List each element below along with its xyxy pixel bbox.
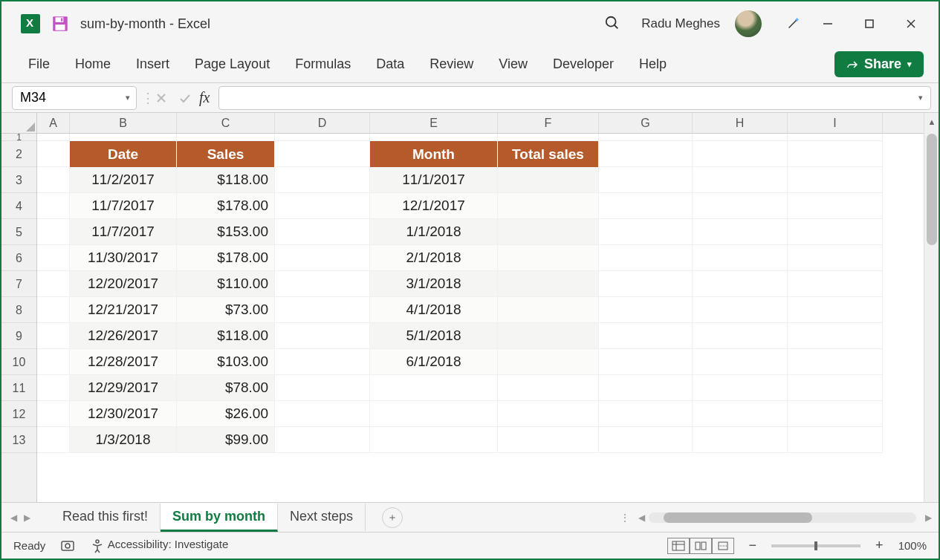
cell[interactable] <box>498 245 599 271</box>
cell[interactable] <box>370 375 498 401</box>
row-header[interactable]: 6 <box>1 245 36 271</box>
zoom-out-button[interactable]: − <box>749 538 757 553</box>
cell[interactable] <box>693 349 788 375</box>
cell[interactable] <box>693 375 788 401</box>
row-header[interactable]: 12 <box>1 401 36 427</box>
column-header[interactable]: B <box>70 113 177 133</box>
enter-formula-button[interactable] <box>175 88 195 108</box>
cell[interactable] <box>37 167 70 193</box>
ribbon-tab-home[interactable]: Home <box>75 56 111 72</box>
select-all-corner[interactable] <box>1 113 37 133</box>
cell[interactable] <box>693 401 788 427</box>
cell[interactable] <box>370 427 498 453</box>
cell[interactable] <box>275 245 370 271</box>
row-header[interactable]: 11 <box>1 375 36 401</box>
cell[interactable]: 12/26/2017 <box>70 323 177 349</box>
cell[interactable] <box>788 349 883 375</box>
cell[interactable]: $118.00 <box>177 323 275 349</box>
cell[interactable]: $110.00 <box>177 271 275 297</box>
row-header[interactable]: 1 <box>1 134 36 141</box>
cell[interactable] <box>275 349 370 375</box>
row-header[interactable]: 13 <box>1 427 36 453</box>
cell[interactable]: Total sales <box>498 141 599 167</box>
row-header[interactable]: 3 <box>1 167 36 193</box>
cell[interactable]: 12/28/2017 <box>70 349 177 375</box>
cell[interactable] <box>788 297 883 323</box>
cell[interactable] <box>37 297 70 323</box>
cell[interactable] <box>693 134 788 141</box>
ribbon-tab-insert[interactable]: Insert <box>136 56 169 72</box>
cell[interactable] <box>693 427 788 453</box>
cell[interactable]: $153.00 <box>177 219 275 245</box>
maximize-button[interactable] <box>854 12 885 36</box>
cell[interactable] <box>498 349 599 375</box>
column-header[interactable]: F <box>498 113 599 133</box>
cell[interactable] <box>788 219 883 245</box>
ribbon-tab-review[interactable]: Review <box>430 56 473 72</box>
cell[interactable] <box>599 349 693 375</box>
ribbon-tab-pagelayout[interactable]: Page Layout <box>195 56 270 72</box>
view-pagelayout-button[interactable] <box>690 538 712 554</box>
cell[interactable] <box>693 297 788 323</box>
sheet-tab[interactable]: Next steps <box>278 504 366 531</box>
cell[interactable] <box>498 401 599 427</box>
cell[interactable]: 6/1/2018 <box>370 349 498 375</box>
cell[interactable] <box>693 219 788 245</box>
cell[interactable] <box>37 323 70 349</box>
cell[interactable]: 12/29/2017 <box>70 375 177 401</box>
cell[interactable] <box>788 271 883 297</box>
sheet-nav-next[interactable]: ▶ <box>19 512 30 523</box>
cell[interactable] <box>70 134 177 141</box>
cell[interactable] <box>37 271 70 297</box>
cell[interactable]: $118.00 <box>177 167 275 193</box>
sheet-tab[interactable]: Sum by month <box>161 504 278 532</box>
cell[interactable] <box>37 134 70 141</box>
cell[interactable] <box>37 193 70 219</box>
cell[interactable] <box>275 323 370 349</box>
cell[interactable]: $78.00 <box>177 375 275 401</box>
cell[interactable]: 1/1/2018 <box>370 219 498 245</box>
column-header[interactable]: C <box>177 113 275 133</box>
cell[interactable] <box>788 323 883 349</box>
cell[interactable]: 5/1/2018 <box>370 323 498 349</box>
cell[interactable]: 11/7/2017 <box>70 193 177 219</box>
cell[interactable] <box>788 193 883 219</box>
sheet-nav-prev[interactable]: ◀ <box>6 512 16 523</box>
cell[interactable]: 2/1/2018 <box>370 245 498 271</box>
cell[interactable] <box>599 245 693 271</box>
hscroll-left[interactable]: ◀ <box>634 512 644 523</box>
row-header[interactable]: 9 <box>1 323 36 349</box>
cell[interactable]: 1/3/2018 <box>70 427 177 453</box>
cell[interactable] <box>275 167 370 193</box>
column-header[interactable]: H <box>693 113 788 133</box>
cell[interactable] <box>498 271 599 297</box>
cell[interactable]: $73.00 <box>177 297 275 323</box>
cell[interactable]: $103.00 <box>177 349 275 375</box>
magic-icon[interactable] <box>785 15 802 33</box>
view-pagebreak-button[interactable] <box>712 538 734 554</box>
cell[interactable] <box>498 219 599 245</box>
ribbon-tab-formulas[interactable]: Formulas <box>295 56 351 72</box>
cell[interactable] <box>599 323 693 349</box>
cell[interactable]: 4/1/2018 <box>370 297 498 323</box>
hscroll-right[interactable]: ▶ <box>921 512 931 523</box>
cell[interactable] <box>498 323 599 349</box>
cell[interactable]: 12/1/2017 <box>370 193 498 219</box>
column-header[interactable]: A <box>37 113 70 133</box>
cell[interactable] <box>693 141 788 167</box>
cell[interactable] <box>693 323 788 349</box>
cell[interactable]: 11/30/2017 <box>70 245 177 271</box>
zoom-in-button[interactable]: + <box>875 538 884 553</box>
cell[interactable]: 12/20/2017 <box>70 271 177 297</box>
cell[interactable] <box>498 375 599 401</box>
cell[interactable] <box>498 427 599 453</box>
cell[interactable]: Month <box>370 141 498 167</box>
cell[interactable] <box>599 193 693 219</box>
cell[interactable] <box>599 427 693 453</box>
cell[interactable] <box>788 134 883 141</box>
sheet-tab[interactable]: Read this first! <box>51 504 161 531</box>
cell[interactable] <box>370 134 498 141</box>
cell[interactable] <box>599 134 693 141</box>
cell[interactable] <box>275 141 370 167</box>
cell[interactable] <box>599 401 693 427</box>
